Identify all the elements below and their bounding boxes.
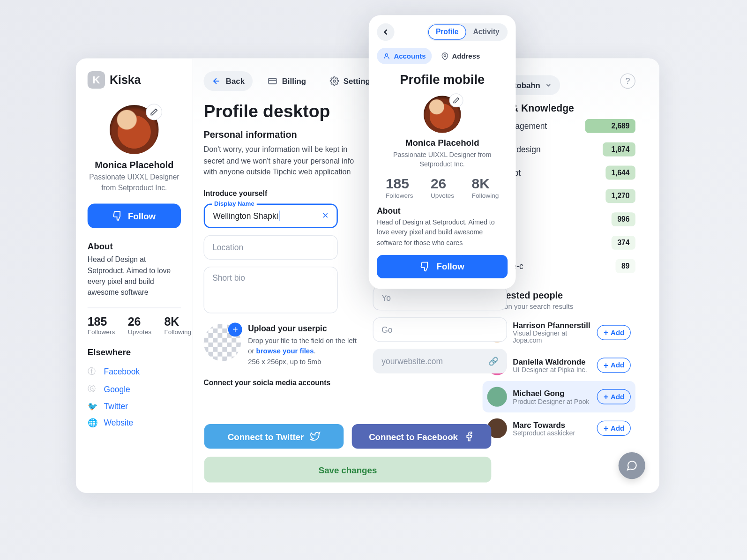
back-button[interactable]: Back xyxy=(204,71,253,91)
google-icon: Ⓖ xyxy=(88,384,97,394)
display-name-value: Wellington Shapki xyxy=(213,211,278,220)
link-icon: 🔗 xyxy=(488,357,498,366)
chevron-down-icon xyxy=(545,82,552,89)
svg-rect-0 xyxy=(269,78,276,84)
avatar-wrap xyxy=(110,105,159,154)
seg-profile[interactable]: Profile xyxy=(428,24,466,39)
person-name: Daniella Waldronde xyxy=(513,358,587,366)
m-stat-upvotes: 26Upvotes xyxy=(431,176,454,199)
mobile-title: Profile mobile xyxy=(377,72,508,87)
person-role: Setproduct asskicker xyxy=(513,429,575,436)
chevron-left-icon xyxy=(381,28,390,37)
skill-badge: 1,874 xyxy=(603,142,635,157)
suggested-person[interactable]: Marc TowardsSetproduct asskicker+ Add xyxy=(483,412,635,444)
section-title: Personal information xyxy=(204,129,363,140)
connect-buttons-row: Connect to Twitter Connect to Facebook xyxy=(204,424,492,448)
mobile-person-name: Monica Placehold xyxy=(377,138,508,148)
connect-facebook-button[interactable]: Connect to Facebook xyxy=(352,424,492,448)
m-stat-followers: 185Followers xyxy=(386,176,413,199)
add-person-button[interactable]: + Add xyxy=(597,358,631,373)
user-icon xyxy=(383,52,390,60)
connect-label: Connect your soicla media accounts xyxy=(204,378,363,386)
upload-plus-icon: + xyxy=(228,322,242,336)
person-name: Harrison Pfannerstill xyxy=(513,321,591,330)
profile-desktop-card: K Kiska Monica Placehold Passionate UIXX… xyxy=(76,59,659,493)
website-field[interactable]: yourwebsite.com 🔗 xyxy=(373,349,507,373)
tab-accounts[interactable]: Accounts xyxy=(377,48,432,64)
person-role: UI Designer at Pipka Inc. xyxy=(513,366,587,373)
person-role: Product Designer at Pook xyxy=(513,397,589,404)
skill-badge: 996 xyxy=(612,212,635,226)
svg-point-4 xyxy=(444,54,446,56)
tab-address[interactable]: Address xyxy=(435,48,486,64)
location-field[interactable]: Location xyxy=(204,235,338,259)
mobile-segmented[interactable]: Profile Activity xyxy=(427,23,508,41)
stat-following: 8KFollowing xyxy=(164,315,191,336)
avatar-edit-button[interactable] xyxy=(146,104,162,120)
bottom-actions: Connect to Twitter Connect to Facebook S… xyxy=(204,416,492,483)
mobile-tabs: Accounts Address xyxy=(377,48,508,64)
upload-title: Upload your userpic xyxy=(248,323,362,333)
svg-point-1 xyxy=(333,80,335,82)
chat-fab[interactable] xyxy=(619,452,645,479)
globe-icon: 🌐 xyxy=(88,418,97,427)
mobile-topbar: Profile Activity xyxy=(377,23,508,41)
mobile-follow-button[interactable]: Follow xyxy=(377,255,508,278)
link-facebook[interactable]: ⓕFacebook xyxy=(88,363,181,380)
mobile-person-sub: Passionate UIXXL Designer from Setproduc… xyxy=(377,150,508,169)
person-subtitle: Passionate UIXXL Designer from Setproduc… xyxy=(88,173,181,194)
mobile-back-button[interactable] xyxy=(377,23,394,41)
billing-nav[interactable]: Billing xyxy=(260,71,314,91)
mobile-avatar-edit[interactable] xyxy=(449,93,463,107)
about-heading: About xyxy=(88,241,181,251)
bio-field[interactable]: Short bio xyxy=(204,266,338,313)
link-twitter[interactable]: 🐦Twitter xyxy=(88,398,181,414)
add-person-button[interactable]: + Add xyxy=(597,389,631,404)
brand: K Kiska xyxy=(88,71,181,89)
seg-activity[interactable]: Activity xyxy=(466,24,507,39)
stat-followers: 185Followers xyxy=(88,315,115,336)
browse-files-link[interactable]: browse your files xyxy=(256,347,314,355)
add-person-button[interactable]: + Add xyxy=(597,325,631,340)
page-title: Profile desktop xyxy=(204,102,363,121)
add-person-button[interactable]: + Add xyxy=(597,421,631,436)
display-name-field[interactable]: Display Name Wellington Shapki × xyxy=(204,203,338,228)
twitter-icon xyxy=(310,431,320,441)
follow-button[interactable]: Follow xyxy=(88,204,181,228)
upload-text: Upload your userpic Drop your file to th… xyxy=(248,323,362,366)
clear-input-button[interactable]: × xyxy=(322,209,329,222)
text-caret xyxy=(279,210,279,221)
help-button[interactable]: ? xyxy=(620,74,635,89)
social-field-yo[interactable]: Yo xyxy=(373,286,507,310)
profile-mobile-card: Profile Activity Accounts Address Profil… xyxy=(369,15,516,289)
link-website[interactable]: 🌐Website xyxy=(88,414,181,431)
mobile-about-heading: About xyxy=(377,206,508,216)
suggested-person[interactable]: Michael GongProduct Designer at Pook+ Ad… xyxy=(483,381,635,412)
mobile-about-text: Head of Design at Setproduct. Aimed to l… xyxy=(377,218,508,248)
display-name-floating-label: Display Name xyxy=(212,200,257,207)
save-button[interactable]: Save changes xyxy=(204,457,492,483)
mobile-avatar-wrap xyxy=(424,96,461,133)
upload-row: + Upload your userpic Drop your file to … xyxy=(204,323,363,366)
card-icon xyxy=(268,76,277,86)
link-google[interactable]: ⒼGoogle xyxy=(88,381,181,398)
mobile-stats: 185Followers 26Upvotes 8KFollowing xyxy=(377,176,508,199)
facebook-icon: ⓕ xyxy=(88,366,97,377)
upload-dropzone[interactable]: + xyxy=(204,323,241,361)
topbar: Back Billing Settings xyxy=(204,71,363,91)
brand-name: Kiska xyxy=(110,73,141,87)
gear-icon xyxy=(329,76,339,86)
section-subtitle: Don't worry, your information will be ke… xyxy=(204,143,363,178)
facebook-icon xyxy=(463,431,474,441)
chat-icon xyxy=(626,460,638,471)
stats-row: 185Followers 26Upvotes 8KFollowing xyxy=(88,315,181,336)
arrow-left-icon xyxy=(212,76,221,86)
m-stat-following: 8KFollowing xyxy=(472,176,499,199)
about-text: Head of Design at Setproduct. Aimed to l… xyxy=(88,254,181,298)
pin-icon xyxy=(441,52,448,60)
connect-twitter-button[interactable]: Connect to Twitter xyxy=(204,424,344,448)
twitter-icon: 🐦 xyxy=(88,402,97,411)
social-field-go[interactable]: Go xyxy=(373,317,507,342)
elsewhere-heading: Elsewhere xyxy=(88,347,181,357)
divider xyxy=(88,307,181,308)
